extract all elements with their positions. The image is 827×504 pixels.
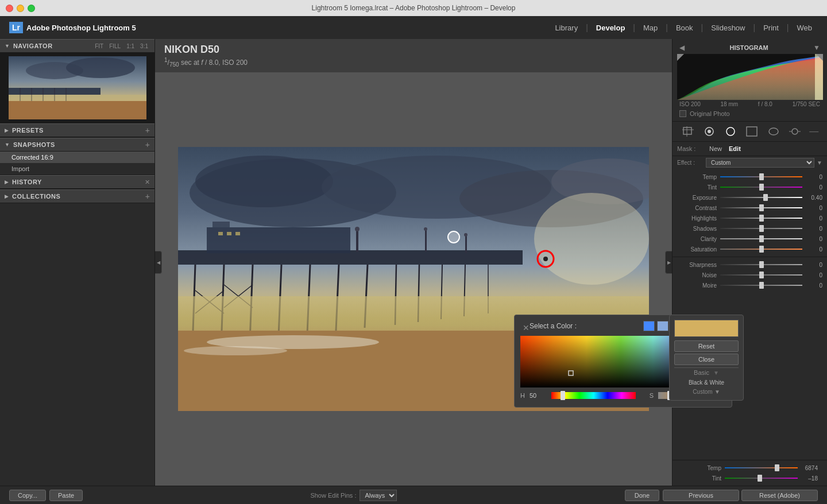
adj-shadows-slider[interactable] (720, 228, 802, 229)
adj-noise-slider[interactable] (720, 274, 802, 276)
adj-saturation-thumb[interactable] (759, 246, 764, 253)
close-window-button[interactable] (6, 5, 13, 12)
history-header[interactable]: ▶ History ✕ (0, 175, 154, 189)
adj-sharpness-slider[interactable] (720, 264, 802, 265)
nav-book[interactable]: Book (670, 21, 699, 34)
adj-highlights-thumb[interactable] (759, 215, 764, 222)
adj-saturation-value: 0 (802, 246, 822, 253)
nav-web[interactable]: Web (791, 21, 818, 34)
adj-moire-value: 0 (802, 282, 822, 289)
nav-develop[interactable]: Develop (590, 21, 631, 34)
presets-header[interactable]: ▶ Presets + (0, 123, 154, 137)
adj-highlights-slider[interactable] (720, 218, 802, 219)
bw-row: Black & White (674, 379, 739, 386)
center-area: NIKON D50 1/750 sec at f / 8.0, ISO 200 (155, 39, 672, 486)
svg-rect-10 (9, 101, 146, 119)
original-photo-checkbox[interactable] (679, 110, 686, 117)
adj-temp-slider[interactable] (720, 176, 802, 177)
previous-button[interactable]: Previous (663, 490, 739, 501)
adj-shadows-thumb[interactable] (759, 225, 764, 232)
done-button[interactable]: Done (625, 490, 659, 501)
navigator-thumbnail[interactable] (0, 53, 154, 123)
nav-print[interactable]: Print (758, 21, 785, 34)
left-panel-collapse[interactable]: ◀ (155, 251, 162, 274)
hue-slider-track[interactable] (551, 392, 636, 399)
adj-temp-bottom-thumb[interactable] (775, 464, 779, 471)
red-eye-tool[interactable] (787, 125, 803, 138)
collections-collapse-arrow: ▶ (5, 193, 9, 199)
adj-moire-thumb[interactable] (759, 282, 764, 289)
navigator-header[interactable]: ▼ Navigator FIT FILL 1:1 3:1 (0, 39, 154, 53)
navigator-collapse-arrow: ▼ (5, 43, 10, 49)
reset-adobe-button[interactable]: Reset (Adobe) (741, 490, 818, 501)
nav-fit[interactable]: FIT (93, 42, 105, 50)
close-button[interactable]: Close (674, 354, 739, 365)
custom-item[interactable]: Custom (693, 389, 712, 395)
radial-filter-tool[interactable] (766, 125, 782, 138)
edit-pins-select[interactable]: Always (360, 490, 397, 501)
adj-noise-thumb[interactable] (759, 272, 764, 278)
bottom-toolbar: Copy... Paste Show Edit Pins : Always Do… (0, 486, 827, 504)
adj-contrast-thumb[interactable] (759, 204, 764, 211)
nav-3to1[interactable]: 3:1 (138, 42, 150, 50)
adjustment-brush-tool[interactable] (722, 125, 739, 138)
adj-sharpness-thumb[interactable] (759, 261, 764, 268)
basic-expand-icon[interactable]: ▼ (713, 370, 719, 376)
photo-area[interactable] (155, 72, 672, 486)
crop-tool[interactable] (680, 125, 696, 138)
adj-tint-value: 0 (802, 184, 822, 191)
swatch-blue[interactable] (643, 321, 655, 331)
collections-header[interactable]: ▶ Collections + (0, 189, 154, 203)
effect-expand-icon[interactable]: ▼ (817, 160, 822, 166)
adj-clarity-slider[interactable] (720, 238, 802, 239)
snapshot-item-corrected[interactable]: Corrected 16:9 (0, 152, 154, 163)
nav-map[interactable]: Map (637, 21, 663, 34)
adj-temp-bottom-row: Temp 6874 (677, 463, 822, 473)
graduated-filter-tool[interactable] (744, 125, 760, 138)
app-logo: Lr Adobe Photoshop Lightroom 5 (9, 22, 136, 33)
snapshot-item-import[interactable]: Import (0, 163, 154, 175)
swatch-lightblue[interactable] (657, 321, 668, 331)
adj-temp-thumb[interactable] (759, 173, 764, 180)
nav-library[interactable]: Library (549, 21, 583, 34)
black-item[interactable]: Black & White (686, 379, 726, 386)
snapshots-add-button[interactable]: + (145, 140, 150, 149)
svg-rect-48 (465, 236, 467, 253)
collections-add-button[interactable]: + (145, 192, 150, 201)
mask-edit-button[interactable]: Edit (725, 144, 744, 153)
color-picker-close-x[interactable]: ✕ (523, 323, 530, 332)
minimize-window-button[interactable] (17, 5, 24, 12)
adj-clarity-value: 0 (802, 236, 822, 242)
adj-temp-bottom-slider[interactable] (725, 467, 798, 468)
adj-tint-bottom-slider[interactable] (725, 478, 798, 479)
nav-1to1[interactable]: 1:1 (125, 42, 136, 50)
histogram-meta: ISO 200 18 mm f / 8.0 1/750 SEC (675, 100, 825, 108)
copy-button[interactable]: Copy... (9, 490, 46, 501)
presets-add-button[interactable]: + (145, 126, 150, 135)
adj-tint-bottom-thumb[interactable] (758, 475, 762, 482)
reset-button[interactable]: Reset (674, 340, 739, 352)
adj-exposure-slider[interactable] (720, 197, 802, 198)
right-panel: ◀ Histogram ▼ (672, 39, 827, 486)
adj-saturation-slider[interactable] (720, 249, 802, 250)
adj-clarity-thumb[interactable] (759, 235, 764, 242)
adj-tint-thumb[interactable] (759, 184, 764, 191)
nav-slideshow[interactable]: Slideshow (705, 21, 751, 34)
mask-new-button[interactable]: New (706, 144, 725, 153)
nav-fill[interactable]: FILL (107, 42, 122, 50)
adj-moire-label: Moire (677, 282, 720, 289)
adj-moire-slider[interactable] (720, 285, 802, 286)
maximize-window-button[interactable] (28, 5, 35, 12)
paste-button[interactable]: Paste (49, 490, 83, 501)
snapshots-header[interactable]: ▼ Snapshots + (0, 138, 154, 152)
effect-select[interactable]: Custom (706, 158, 814, 168)
adj-tint-slider[interactable] (720, 187, 802, 188)
history-close-button[interactable]: ✕ (145, 179, 150, 186)
adj-contrast-slider[interactable] (720, 207, 802, 208)
hue-slider-thumb[interactable] (561, 391, 565, 400)
svg-rect-23 (235, 232, 240, 235)
healing-tool[interactable] (701, 125, 717, 138)
right-panel-collapse[interactable]: ▶ (665, 251, 672, 274)
adj-exposure-thumb[interactable] (763, 194, 768, 201)
histogram-expand-icon[interactable]: ▼ (813, 44, 820, 52)
